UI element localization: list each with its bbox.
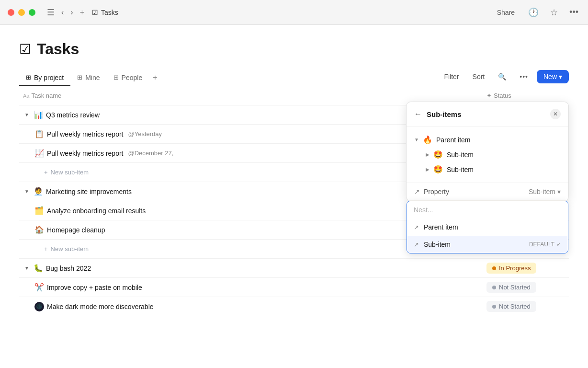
task-label: Homepage cleanup — [47, 226, 105, 234]
new-button-label: New — [543, 73, 557, 80]
traffic-lights — [8, 9, 35, 16]
property-icon: ↗ — [414, 188, 420, 196]
tab-people-label: People — [122, 74, 143, 81]
tree-item-sub2[interactable]: ▶ 🤩 Sub-item — [414, 162, 561, 177]
collapse-icon[interactable]: ▼ — [23, 188, 31, 196]
status-cell[interactable]: In Progress — [483, 260, 569, 276]
col-status: ✦ Status — [483, 90, 569, 101]
tree-item-label: Sub-item — [447, 151, 474, 159]
aa-icon: Aa — [23, 93, 29, 99]
star-icon[interactable]: ☆ — [548, 5, 560, 20]
tree-emoji: 🤩 — [433, 165, 443, 174]
status-badge: Not Started — [486, 301, 536, 312]
tab-mine-label: Mine — [85, 74, 100, 81]
nest-option-icon: ↗ — [414, 241, 419, 248]
task-name-cell[interactable]: 🌑 Make dark mode more discoverable — [19, 299, 483, 314]
nest-option-parent[interactable]: ↗ Parent item — [407, 218, 568, 236]
table-row: ▼ 🐛 Bug bash 2022 In Progress — [19, 259, 569, 278]
tab-mine-icon: ⊞ — [77, 74, 82, 81]
task-label: Analyze onboarding email results — [47, 207, 146, 215]
history-icon[interactable]: 🕐 — [526, 5, 541, 20]
maximize-button[interactable] — [29, 9, 35, 16]
status-badge: In Progress — [486, 263, 536, 274]
plus-icon: + — [44, 245, 48, 253]
nest-option-default-badge: DEFAULT ✓ — [529, 241, 561, 248]
close-button[interactable] — [8, 9, 14, 16]
titlebar: ☰ ‹ › + ☑ Tasks Share 🕐 ☆ ••• — [0, 0, 588, 25]
panel-title: Sub-items — [427, 110, 545, 118]
tab-grid-icon: ⊞ — [26, 74, 31, 81]
page-header: ☑ Tasks — [19, 40, 569, 58]
more-options-button[interactable]: ••• — [515, 70, 533, 83]
task-emoji: 🏠 — [34, 225, 44, 234]
tree-item-label: Parent item — [436, 136, 471, 144]
panel-body: ↗ Property Sub-item ▾ ↗ Parent item ↗ Su… — [407, 183, 568, 201]
panel-tree: ▼ 🔥 Parent item ▶ 🤩 Sub-item ▶ 🤩 Sub-ite… — [407, 126, 568, 183]
panel-property-row[interactable]: ↗ Property Sub-item ▾ — [407, 183, 568, 201]
tree-item-sub1[interactable]: ▶ 🤩 Sub-item — [414, 147, 561, 162]
col-task-name: Aa Task name — [19, 90, 483, 101]
chevron-right-icon: ▶ — [426, 152, 430, 157]
tab-people-icon: ⊞ — [113, 74, 119, 81]
status-icon: ✦ — [486, 92, 492, 99]
new-button-chevron: ▾ — [559, 73, 562, 80]
status-dot — [492, 305, 496, 309]
tab-by-project[interactable]: ⊞ By project — [19, 70, 70, 86]
more-icon[interactable]: ••• — [567, 5, 580, 19]
chevron-down-icon: ▼ — [414, 137, 419, 142]
status-badge: Not Started — [486, 282, 536, 293]
tab-people[interactable]: ⊞ People — [107, 70, 149, 86]
table-row: ✂️ Improve copy + paste on mobile Not St… — [19, 278, 569, 297]
nest-option-subitem[interactable]: ↗ Sub-item DEFAULT ✓ — [407, 236, 568, 253]
status-cell[interactable]: Not Started — [483, 279, 569, 296]
task-label: Pull weekly metrics report — [47, 150, 124, 157]
task-label: Make dark mode more discoverable — [47, 303, 154, 310]
new-button[interactable]: New ▾ — [537, 70, 569, 83]
task-label: Q3 metrics review — [46, 111, 100, 119]
nest-option-icon: ↗ — [414, 224, 419, 231]
nav-buttons: ☰ ‹ › + — [45, 5, 86, 20]
titlebar-title-text: Tasks — [101, 9, 118, 16]
subitems-panel: ← Sub-items ✕ ▼ 🔥 Parent item ▶ 🤩 Sub-it… — [406, 102, 569, 201]
task-label: Marketing site improvements — [46, 188, 132, 196]
toolbar-actions: Filter Sort 🔍 ••• New ▾ — [439, 70, 569, 85]
panel-header: ← Sub-items ✕ — [407, 102, 568, 126]
collapse-icon[interactable]: ▼ — [23, 264, 31, 272]
share-button[interactable]: Share — [493, 7, 519, 18]
add-tab-button[interactable]: + — [149, 69, 161, 86]
hamburger-icon[interactable]: ☰ — [45, 5, 57, 20]
status-cell[interactable]: Not Started — [483, 298, 569, 315]
task-emoji: 🗂️ — [34, 206, 44, 215]
sort-button[interactable]: Sort — [468, 70, 490, 83]
search-button[interactable]: 🔍 — [493, 70, 511, 83]
task-label: Pull weekly metrics report — [47, 130, 124, 138]
plus-icon: + — [44, 169, 48, 176]
forward-button[interactable]: › — [68, 6, 75, 19]
task-emoji: 🐛 — [34, 264, 43, 273]
property-label: Property — [424, 188, 525, 196]
chevron-down-icon: ▾ — [557, 188, 561, 196]
status-dot — [492, 266, 496, 270]
task-emoji: 📊 — [34, 110, 43, 119]
titlebar-actions: Share 🕐 ☆ ••• — [493, 5, 580, 20]
page-icon: ☑ — [19, 41, 31, 57]
add-page-button[interactable]: + — [78, 6, 86, 19]
collapse-icon[interactable]: ▼ — [23, 111, 31, 119]
status-dot — [492, 286, 496, 289]
task-emoji: 🧑‍💼 — [34, 187, 43, 196]
tab-mine[interactable]: ⊞ Mine — [70, 70, 106, 86]
task-emoji: ✂️ — [34, 283, 44, 292]
page-title: Tasks — [37, 40, 79, 58]
filter-button[interactable]: Filter — [439, 70, 464, 83]
panel-close-button[interactable]: ✕ — [550, 109, 561, 119]
nest-option-label: Sub-item — [424, 241, 524, 248]
minimize-button[interactable] — [18, 9, 25, 16]
checkbox-icon: ☑ — [92, 9, 98, 16]
back-button[interactable]: ‹ — [59, 6, 66, 19]
task-name-cell[interactable]: ▼ 🐛 Bug bash 2022 — [19, 261, 483, 276]
tree-item-parent[interactable]: ▼ 🔥 Parent item — [414, 132, 561, 147]
chevron-right-icon: ▶ — [426, 167, 430, 172]
panel-back-button[interactable]: ← — [414, 110, 422, 118]
nest-search-input[interactable] — [407, 201, 568, 218]
task-name-cell[interactable]: ✂️ Improve copy + paste on mobile — [19, 280, 483, 295]
